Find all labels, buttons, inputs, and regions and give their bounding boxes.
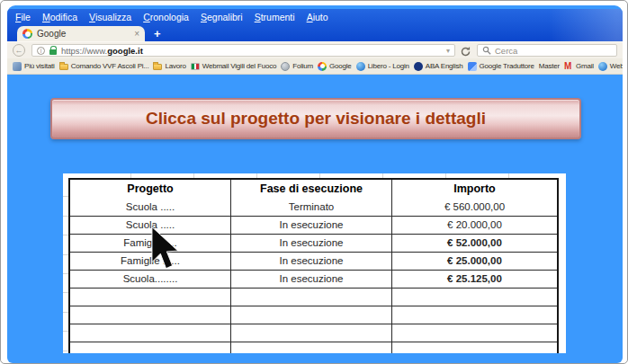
table-row[interactable]: Scuola ..... Terminato € 560.000,00 <box>70 199 557 216</box>
bookmark-item[interactable]: Comando VVF Ascoli Pi... <box>58 58 151 74</box>
cell-importo: € 25.000,00 <box>391 253 557 270</box>
globe-icon <box>281 62 290 71</box>
bookmarks-toolbar: Più visitati Comando VVF Ascoli Pi... La… <box>7 58 623 75</box>
cell-importo: € 20.000,00 <box>391 217 557 234</box>
table-row[interactable]: Scuola ..... In esecuzione € 20.000,00 <box>70 216 557 234</box>
tab-close-icon[interactable]: × <box>134 30 139 39</box>
page-info-icon[interactable] <box>37 47 45 55</box>
bookmark-item[interactable]: Più visitati <box>11 58 57 74</box>
cell-importo: € 25.125,00 <box>391 271 557 288</box>
bookmark-item[interactable]: Google <box>316 58 354 74</box>
table-row[interactable]: Scuola........ In esecuzione € 25.125,00 <box>70 270 557 288</box>
search-icon <box>482 46 491 55</box>
bookmark-label: Webmail Vigili del Fuoco <box>202 62 277 70</box>
bookmark-label: ABA English <box>426 62 463 70</box>
table-row[interactable] <box>70 342 557 353</box>
cell-fase <box>230 289 391 306</box>
spreadsheet-area: Progetto Fase di esecuzione Importo Scuo… <box>63 173 566 353</box>
cell-importo <box>391 324 557 342</box>
menu-item[interactable]: Aiuto <box>307 12 328 22</box>
table-body: Scuola ..... Terminato € 560.000,00 Scuo… <box>70 199 557 353</box>
bookmark-item[interactable]: Lavoro <box>151 58 187 74</box>
menu-item[interactable]: File <box>15 12 31 22</box>
google-favicon-icon <box>22 29 32 39</box>
menu-item[interactable]: Modifica <box>42 12 77 22</box>
bookmark-item[interactable]: Libero - Login <box>354 58 411 74</box>
bookmark-label: Più visitati <box>24 62 55 70</box>
cell-importo: € 560.000,00 <box>391 199 557 216</box>
back-button[interactable]: ← <box>13 44 25 57</box>
cell-fase: In esecuzione <box>230 217 391 234</box>
tab-title: Google <box>37 29 130 39</box>
table-header-row: Progetto Fase di esecuzione Importo <box>70 180 557 199</box>
bookmark-label: Google Traduttore <box>480 62 534 70</box>
cell-importo <box>391 342 557 353</box>
folder-icon <box>153 64 162 70</box>
cell-progetto <box>70 342 230 353</box>
menu-item[interactable]: Visualizza <box>89 12 131 22</box>
url-dropdown-icon[interactable]: ▾ <box>446 47 450 55</box>
bookmark-item[interactable]: Master <box>537 58 561 74</box>
bookmark-item[interactable]: Folium <box>279 58 315 74</box>
cell-progetto <box>70 306 230 324</box>
cell-importo <box>391 306 557 324</box>
new-tab-button[interactable]: + <box>154 27 161 40</box>
menu-item[interactable]: Segnalibri <box>201 12 243 22</box>
screenshot-frame: FileModificaVisualizzaCronologiaSegnalib… <box>0 0 628 364</box>
ssl-lock-icon[interactable] <box>49 49 57 55</box>
bookmark-item[interactable]: ABA English <box>412 58 465 74</box>
search-box[interactable]: Cerca <box>477 44 617 57</box>
column-header-progetto: Progetto <box>70 180 230 199</box>
cell-fase: In esecuzione <box>230 235 391 252</box>
tab-strip: Google × + <box>7 26 623 41</box>
cell-progetto <box>70 324 230 342</box>
titlebar-band: FileModificaVisualizzaCronologiaSegnalib… <box>7 9 623 41</box>
table-row[interactable] <box>70 288 557 306</box>
cell-fase: In esecuzione <box>230 271 391 288</box>
url-prefix: https://www. <box>61 46 107 56</box>
url-text: https://www.google.it <box>61 46 143 56</box>
table-row[interactable]: Famiglie ...... In esecuzione € 25.000,0… <box>70 252 557 270</box>
page-content: Clicca sul progetto per visionare i dett… <box>7 75 623 363</box>
blue-globe-icon <box>356 62 365 71</box>
folder-icon <box>59 64 68 70</box>
cell-importo <box>391 289 557 306</box>
url-bar[interactable]: https://www.google.it ▾ <box>31 44 455 57</box>
bookmark-label: Comando VVF Ascoli Pi... <box>71 62 149 70</box>
bookmark-item[interactable]: Webmail_Cristanini <box>597 58 623 74</box>
bookmark-label: Libero - Login <box>368 62 409 70</box>
visited-icon <box>13 62 22 71</box>
instruction-banner: Clicca sul progetto per visionare i dett… <box>50 98 581 139</box>
cell-progetto <box>70 289 230 306</box>
cell-fase: Terminato <box>230 199 391 216</box>
bookmark-label: Lavoro <box>165 62 185 70</box>
bookmark-label: Webmail_Cristanini <box>610 62 623 70</box>
cell-importo: € 52.000,00 <box>391 235 557 252</box>
table-row[interactable] <box>70 306 557 324</box>
bookmark-item[interactable]: Google Traduttore <box>466 58 536 74</box>
navigation-toolbar: ← https://www.google.it ▾ Cerca <box>7 41 623 58</box>
cell-fase <box>230 324 391 342</box>
bookmark-item[interactable]: Webmail Vigili del Fuoco <box>189 58 279 74</box>
menu-bar: FileModificaVisualizzaCronologiaSegnalib… <box>7 9 623 22</box>
cell-fase: In esecuzione <box>230 253 391 270</box>
bookmark-item[interactable]: Gmail <box>562 58 596 74</box>
table-row[interactable] <box>70 324 557 342</box>
table-row[interactable]: Famiglie .... In esecuzione € 52.000,00 <box>70 234 557 252</box>
search-placeholder: Cerca <box>495 46 517 56</box>
menu-item[interactable]: Strumenti <box>255 12 295 22</box>
projects-table: Progetto Fase di esecuzione Importo Scuo… <box>68 178 559 353</box>
bookmark-label: Folium <box>292 62 313 70</box>
bookmark-label: Master <box>539 62 560 70</box>
translate-icon <box>468 62 477 71</box>
google-g-icon <box>318 62 327 71</box>
cell-fase <box>230 342 391 353</box>
mouse-cursor-icon <box>148 226 182 274</box>
column-header-fase: Fase di esecuzione <box>230 180 391 199</box>
reload-button[interactable] <box>460 45 471 57</box>
browser-window: FileModificaVisualizzaCronologiaSegnalib… <box>7 5 623 363</box>
banner-text: Clicca sul progetto per visionare i dett… <box>146 109 486 129</box>
menu-item[interactable]: Cronologia <box>143 12 189 22</box>
tab-google[interactable]: Google × <box>17 26 145 41</box>
blue-globe-icon <box>598 62 607 71</box>
